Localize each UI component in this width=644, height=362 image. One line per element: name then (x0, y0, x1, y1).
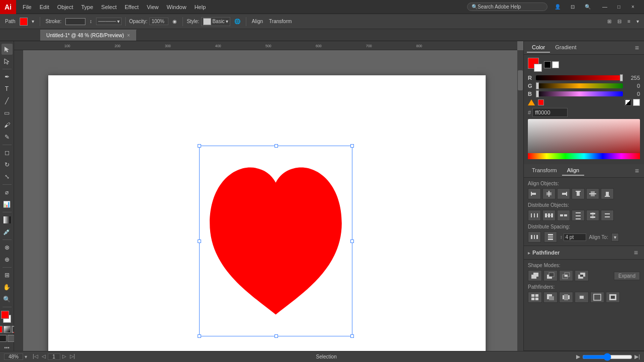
direct-selection-tool[interactable] (2, 56, 13, 67)
stroke-weight[interactable]: ───── ▾ (96, 18, 121, 25)
zoom-dropdown-arrow[interactable]: ▾ (25, 354, 27, 359)
align-right-edges-btn[interactable] (557, 188, 570, 199)
align-bottom-edges-btn[interactable] (601, 188, 614, 199)
menu-view[interactable]: View (143, 3, 162, 12)
graph-tool[interactable]: 📊 (2, 199, 13, 210)
minus-back-btn[interactable] (606, 292, 620, 303)
align-to-dropdown[interactable]: ▾ (611, 233, 619, 242)
dist-right-btn[interactable] (557, 210, 570, 221)
tab-transform[interactable]: Transform (527, 166, 562, 176)
line-tool[interactable]: ╱ (2, 95, 13, 106)
profile-btn[interactable]: 👤 (550, 2, 565, 12)
color-panel-menu[interactable]: ≡ (633, 44, 641, 52)
b-slider-thumb[interactable] (536, 90, 539, 97)
expand-btn[interactable]: Expand (614, 272, 640, 280)
heart-shape[interactable] (200, 146, 352, 336)
menu-file[interactable]: File (19, 3, 35, 12)
eraser-tool[interactable]: ◻ (2, 147, 13, 158)
maximize-btn[interactable]: □ (612, 2, 626, 12)
align-btn[interactable]: Align (250, 18, 265, 25)
pen-tool[interactable]: ✒ (2, 71, 13, 82)
menu-edit[interactable]: Edit (36, 3, 53, 12)
align-h-centers-btn[interactable] (542, 188, 556, 199)
scale-tool[interactable]: ⤡ (2, 171, 13, 182)
page-input[interactable] (48, 353, 60, 360)
g-slider-thumb[interactable] (536, 82, 539, 89)
vertical-scrollbar[interactable] (517, 50, 523, 356)
dist-v-space-btn[interactable] (544, 231, 557, 243)
arrange-btn[interactable]: ⊞ (605, 18, 613, 25)
stroke-preview[interactable] (534, 64, 542, 72)
align-top-edges-btn[interactable] (572, 188, 585, 199)
align-v-centers-btn[interactable] (586, 188, 599, 199)
search-bar[interactable]: 🔍 (467, 3, 547, 11)
menu-help[interactable]: Help (191, 3, 210, 12)
gradient-btn[interactable] (4, 326, 11, 333)
zoom-tool[interactable]: 🔍 (2, 294, 13, 305)
solid-color-btn[interactable] (0, 326, 3, 333)
align-panel-menu[interactable]: ≡ (633, 167, 641, 175)
foreground-color[interactable] (1, 311, 9, 319)
swap-colors-btn[interactable] (552, 61, 559, 68)
transform-btn[interactable]: Transform (267, 18, 294, 25)
gradient-tool[interactable] (2, 214, 13, 225)
stroke-value[interactable]: ↕ (87, 18, 94, 25)
minimize-btn[interactable]: — (598, 2, 612, 12)
menu-window[interactable]: Window (163, 3, 190, 12)
trim-btn[interactable] (543, 292, 558, 303)
timeline-slider[interactable] (582, 353, 632, 361)
pathfinder-collapse-icon[interactable]: ▸ (528, 250, 530, 256)
search-input[interactable] (478, 4, 538, 10)
rect-tool[interactable]: ▭ (2, 107, 13, 118)
fill-color[interactable] (20, 18, 28, 26)
last-page-btn[interactable]: ▷| (68, 353, 77, 360)
prev-page-btn[interactable]: ◁ (40, 353, 47, 360)
align-left-edges-btn[interactable] (528, 188, 541, 199)
gamut-warning-icon[interactable] (528, 99, 535, 105)
dist-h-space-btn[interactable] (528, 231, 541, 243)
tab-gradient[interactable]: Gradient (550, 43, 581, 53)
white-swatch[interactable] (633, 99, 640, 106)
menu-select[interactable]: Select (98, 3, 120, 12)
crop-btn[interactable] (575, 292, 589, 303)
symbol-tool[interactable]: ⊕ (2, 254, 13, 265)
color-spectrum[interactable] (528, 119, 640, 159)
play-btn[interactable]: ▶ (576, 353, 580, 360)
selection-tool[interactable] (2, 44, 13, 55)
world-icon[interactable]: 🌐 (232, 18, 242, 25)
rotate-tool[interactable]: ↻ (2, 159, 13, 170)
paintbrush-tool[interactable]: 🖌 (2, 119, 13, 131)
outline-btn[interactable] (590, 292, 604, 303)
tab-align[interactable]: Align (562, 166, 584, 176)
tab-color[interactable]: Color (527, 43, 550, 53)
selected-object[interactable] (199, 146, 352, 336)
document-tab[interactable]: Untitled-1* @ 48 % (RGB/Preview) × (40, 30, 137, 41)
blend-tool[interactable]: ⊗ (2, 242, 13, 253)
search-btn[interactable]: 🔍 (581, 2, 595, 12)
merge-btn[interactable] (559, 292, 573, 303)
artboard-tool[interactable]: ⊞ (2, 270, 13, 281)
dist-bottom-btn[interactable] (601, 210, 614, 221)
zoom-input[interactable] (4, 353, 23, 360)
gamut-box[interactable] (538, 99, 544, 105)
bw-mode-btn[interactable] (624, 99, 631, 106)
eyedropper-tool[interactable]: 💉 (2, 226, 13, 237)
reset-colors-btn[interactable] (544, 61, 551, 68)
workspace-btn[interactable]: ⊡ (566, 2, 580, 12)
first-page-btn[interactable]: |◁ (31, 353, 40, 360)
close-btn[interactable]: × (626, 2, 640, 12)
opacity-input[interactable]: 100% (149, 18, 168, 25)
style-dropdown[interactable]: Basic ▾ (201, 17, 230, 26)
type-tool[interactable]: T (2, 83, 13, 94)
pathfinder-menu[interactable]: ≡ (632, 249, 640, 257)
full-screen-btn[interactable] (8, 335, 15, 342)
hue-slider[interactable] (528, 153, 640, 159)
more-tools-btn[interactable]: ••• (4, 345, 10, 350)
minus-front-btn[interactable] (543, 270, 558, 281)
menu-object[interactable]: Object (54, 3, 77, 12)
end-btn[interactable]: ▶| (634, 353, 640, 360)
pencil-tool[interactable]: ✎ (2, 132, 13, 143)
dist-hcenter-btn[interactable] (542, 210, 556, 221)
extra-btn[interactable]: ▾ (634, 18, 641, 25)
hand-tool[interactable]: ✋ (2, 282, 13, 293)
